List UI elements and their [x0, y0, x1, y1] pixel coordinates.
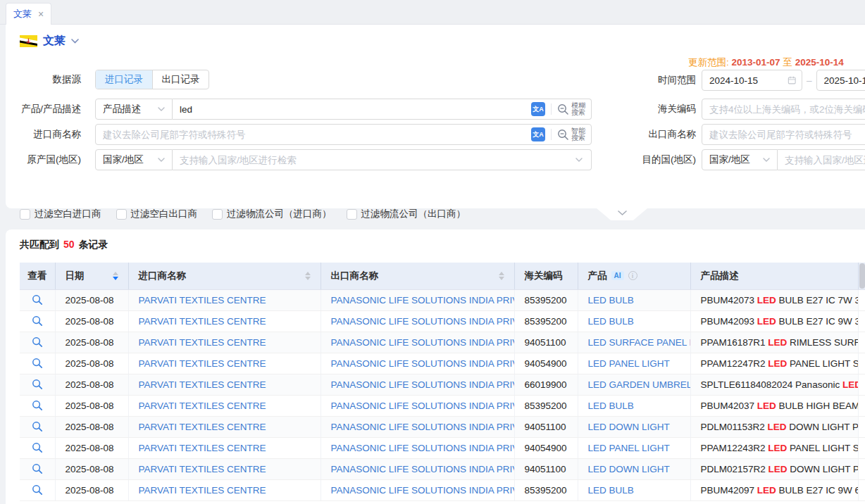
magnifier-icon[interactable]: [32, 421, 43, 432]
magnifier-icon[interactable]: [32, 484, 43, 496]
toggle-import-records[interactable]: 进口记录: [96, 70, 152, 89]
product-link[interactable]: LED BULB: [588, 485, 634, 496]
hs-code-cell: 85395200: [514, 479, 578, 500]
sort-button-importer[interactable]: [299, 272, 311, 280]
importer-link[interactable]: PARVATI TEXTILES CENTRE: [139, 422, 266, 432]
magnifier-icon[interactable]: [32, 294, 43, 305]
exporter-link[interactable]: PANASONIC LIFE SOLUTIONS INDIA PRIVAT...: [331, 295, 515, 305]
checkbox-box[interactable]: [212, 209, 223, 220]
magnifier-icon[interactable]: [32, 336, 43, 348]
magnifier-icon[interactable]: [32, 442, 43, 453]
col-header-exporter: 出口商名称: [321, 263, 514, 289]
importer-link[interactable]: PARVATI TEXTILES CENTRE: [139, 443, 266, 453]
magnifier-icon[interactable]: [32, 358, 43, 369]
translate-icon[interactable]: 文A: [531, 102, 545, 116]
product-link[interactable]: LED SURFACE PANEL L...: [588, 337, 691, 348]
data-source-label: 数据源: [6, 73, 81, 86]
results-panel: 共匹配到50条记录 查看 日期 进口商名称: [6, 229, 865, 504]
exporter-link[interactable]: PANASONIC LIFE SOLUTIONS INDIA PRIVAT...: [331, 485, 515, 496]
smart-search-button[interactable]: 智能 搜索: [557, 127, 585, 141]
exporter-cell: PANASONIC LIFE SOLUTIONS INDIA PRIVAT...: [321, 374, 514, 395]
importer-link[interactable]: PARVATI TEXTILES CENTRE: [139, 337, 266, 348]
origin-country-select[interactable]: 国家/地区: [95, 149, 173, 170]
sort-button-date[interactable]: [107, 272, 118, 280]
exporter-link[interactable]: PANASONIC LIFE SOLUTIONS INDIA PRIVAT...: [331, 401, 515, 411]
product-link[interactable]: LED PANEL LIGHT: [588, 443, 670, 453]
exporter-link[interactable]: PANASONIC LIFE SOLUTIONS INDIA PRIVAT...: [331, 358, 515, 369]
view-cell: [20, 374, 55, 395]
dest-country-input[interactable]: [778, 151, 865, 169]
importer-link[interactable]: PARVATI TEXTILES CENTRE: [139, 401, 266, 411]
tab-brunei[interactable]: 文莱 ×: [6, 3, 51, 25]
importer-link[interactable]: PARVATI TEXTILES CENTRE: [139, 358, 266, 369]
importer-link[interactable]: PARVATI TEXTILES CENTRE: [139, 485, 266, 496]
view-cell: [20, 437, 55, 458]
exporter-link[interactable]: PANASONIC LIFE SOLUTIONS INDIA PRIVAT...: [331, 337, 515, 348]
update-range-label: 更新范围:: [688, 57, 729, 68]
hs-code-input[interactable]: [702, 99, 865, 120]
dest-country-select[interactable]: 国家/地区: [702, 149, 778, 170]
filter-checkbox[interactable]: 过滤空白出口商: [116, 208, 198, 220]
hs-code-cell: 66019900: [514, 374, 578, 395]
date-cell: 2025-08-08: [55, 458, 128, 479]
checkbox-box[interactable]: [116, 209, 127, 220]
product-search-input[interactable]: [173, 100, 531, 118]
filter-checkbox[interactable]: 过滤物流公司（进口商）: [212, 208, 332, 220]
checkbox-box[interactable]: [347, 209, 357, 220]
exporter-link[interactable]: PANASONIC LIFE SOLUTIONS INDIA PRIVAT...: [331, 422, 515, 432]
exporter-name-input[interactable]: [702, 124, 865, 145]
exporter-link[interactable]: PANASONIC LIFE SOLUTIONS INDIA PRIVAT...: [331, 464, 515, 474]
exporter-link[interactable]: PANASONIC LIFE SOLUTIONS INDIA PRIVAT...: [331, 443, 515, 453]
scrollbar-gutter-cell: [858, 479, 865, 500]
product-link[interactable]: LED GARDEN UMBREL...: [588, 379, 691, 390]
product-link[interactable]: LED BULB: [588, 401, 634, 411]
end-date-picker[interactable]: [816, 70, 865, 91]
exporter-link[interactable]: PANASONIC LIFE SOLUTIONS INDIA PRIVAT...: [331, 316, 515, 327]
end-date-input[interactable]: [817, 71, 865, 89]
filter-checkbox[interactable]: 过滤空白进口商: [20, 208, 101, 220]
importer-name-input[interactable]: [96, 125, 531, 144]
magnifier-icon[interactable]: [32, 463, 43, 474]
fuzzy-search-button[interactable]: 模糊 搜索: [557, 102, 585, 116]
exporter-cell: PANASONIC LIFE SOLUTIONS INDIA PRIVAT...: [321, 310, 514, 332]
country-selector[interactable]: 文莱: [20, 34, 79, 49]
importer-link[interactable]: PARVATI TEXTILES CENTRE: [139, 379, 266, 390]
date-cell: 2025-08-08: [55, 353, 128, 374]
translate-icon[interactable]: 文A: [531, 127, 545, 141]
origin-country-input[interactable]: [173, 151, 575, 169]
product-link[interactable]: LED DOWN LIGHT: [588, 422, 670, 432]
product-link[interactable]: LED PANEL LIGHT: [588, 358, 670, 369]
checkbox-box[interactable]: [20, 209, 30, 220]
importer-link[interactable]: PARVATI TEXTILES CENTRE: [139, 316, 266, 327]
info-circle-icon[interactable]: i: [628, 271, 637, 280]
close-icon[interactable]: ×: [38, 9, 44, 19]
magnifier-icon[interactable]: [32, 400, 43, 411]
scrollbar-thumb[interactable]: [859, 263, 865, 289]
scrollbar-gutter-cell: [858, 332, 865, 353]
start-date-input[interactable]: [702, 71, 788, 89]
scrollbar-gutter-cell: [858, 416, 865, 437]
product-link[interactable]: LED BULB: [588, 295, 634, 305]
collapse-panel-button[interactable]: [597, 208, 647, 220]
importer-link[interactable]: PARVATI TEXTILES CENTRE: [139, 464, 266, 474]
date-cell: 2025-08-08: [55, 374, 128, 395]
product-field-select[interactable]: 产品描述: [95, 99, 173, 120]
view-cell: [20, 353, 55, 374]
table-row: 2025-08-08 PARVATI TEXTILES CENTRE PANAS…: [20, 332, 865, 353]
highlight-keyword: LED: [757, 401, 776, 411]
product-link[interactable]: LED DOWN LIGHT: [588, 464, 670, 474]
table-row: 2025-08-08 PARVATI TEXTILES CENTRE PANAS…: [20, 416, 865, 437]
hs-code-cell: 85395200: [514, 395, 578, 416]
importer-link[interactable]: PARVATI TEXTILES CENTRE: [139, 295, 266, 305]
product-link[interactable]: LED BULB: [588, 316, 634, 327]
highlight-keyword: LED: [768, 422, 787, 432]
dest-country-label: 目的国(地区): [583, 153, 696, 166]
result-summary: 共匹配到50条记录: [20, 239, 108, 251]
magnifier-icon[interactable]: [32, 379, 43, 390]
filter-checkbox[interactable]: 过滤物流公司（出口商）: [347, 208, 466, 220]
toggle-export-records[interactable]: 出口记录: [152, 70, 209, 89]
sort-button-exporter[interactable]: [493, 272, 504, 280]
magnifier-icon[interactable]: [32, 315, 43, 327]
exporter-link[interactable]: PANASONIC LIFE SOLUTIONS INDIA PRIVAT...: [331, 379, 515, 390]
start-date-picker[interactable]: [702, 70, 802, 91]
